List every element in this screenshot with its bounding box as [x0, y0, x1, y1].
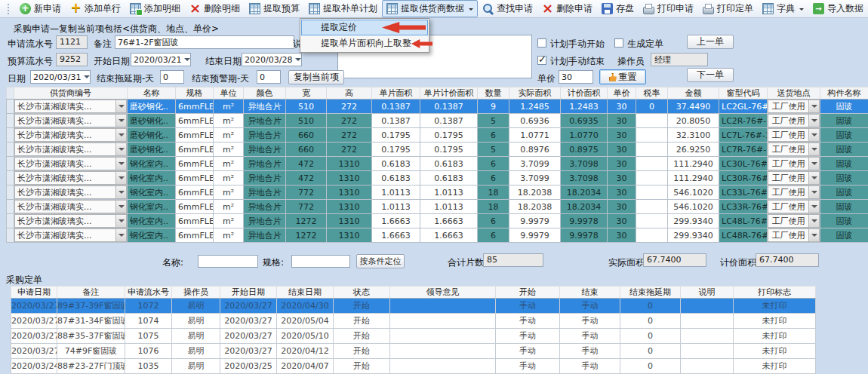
cell-unit[interactable]: m² [214, 171, 244, 185]
cell-end-mode[interactable]: 手动 [560, 314, 620, 329]
cell-leader-opinion[interactable] [390, 329, 496, 344]
chevron-down-icon[interactable] [469, 8, 473, 13]
toolbar-item[interactable]: 打印定单 [698, 0, 758, 17]
cell-status[interactable]: 开始 [334, 299, 390, 314]
cell-window-code[interactable]: LC7R-76#-1FO [719, 143, 768, 157]
cell-component-name[interactable]: 固玻 [820, 200, 868, 214]
orders-table-row[interactable]: 2020/03/27 89#37-39F窗固玻 1072 易明 2020/03/… [11, 299, 816, 314]
cell-height[interactable]: 1310 [327, 228, 372, 243]
cell-component-name[interactable]: 固玻 [820, 185, 868, 200]
cell-apply-date[interactable]: 2020/03/27 [11, 299, 57, 314]
cell-spec[interactable]: 6mmFLE... [176, 200, 214, 214]
cell-piece-priced-area[interactable]: 0.1387 [420, 100, 478, 114]
chevron-down-icon[interactable] [115, 143, 126, 155]
cell-actual-area[interactable]: 1.2485 [509, 100, 561, 114]
cell-unit-price[interactable]: 30 [608, 200, 636, 214]
cell-operator[interactable]: 易明 [172, 299, 220, 314]
cell-color[interactable]: 异地合片 [244, 200, 286, 214]
toolbar-item[interactable]: 查找申请 [478, 0, 537, 17]
cell-name[interactable]: 钢化室内.. [128, 157, 176, 171]
cell-end-date[interactable]: 2020/04/07 [277, 359, 334, 374]
cell-amount[interactable]: 111.2940 [668, 157, 719, 171]
chevron-down-icon[interactable] [115, 115, 126, 127]
supplier-combo[interactable]: 长沙市潇湘玻璃实... [14, 214, 128, 228]
cell-status[interactable]: 开始 [334, 329, 390, 344]
cell-end-delay[interactable]: 0 [620, 314, 681, 329]
cell-amount[interactable]: 20.8050 [668, 114, 719, 128]
orders-column-header[interactable]: 状态 [334, 287, 390, 299]
generate-order-checkbox[interactable] [614, 38, 623, 48]
locate-button[interactable]: 按条件定位 [356, 254, 405, 268]
cell-unit-price[interactable]: 30 [608, 228, 636, 243]
cell-width[interactable]: 510 [286, 100, 327, 114]
cell-start-mode[interactable]: 手动 [496, 329, 560, 344]
cell-quantity[interactable]: 6 [478, 128, 509, 143]
cell-window-code[interactable]: LC33R-76#... [719, 200, 768, 214]
orders-table-row[interactable]: 2020/03/27 88#35-37F窗固玻 1075 易明 2020/03/… [11, 329, 816, 344]
chevron-down-icon[interactable] [83, 71, 90, 83]
cell-piece-area[interactable]: 0.6183 [372, 171, 420, 185]
detail-column-header[interactable]: 计价面积 [561, 87, 608, 100]
cell-end-delay[interactable]: 0 [620, 359, 681, 374]
cell-operator[interactable]: 易明 [172, 359, 220, 374]
cell-end-mode[interactable]: 手动 [560, 359, 620, 374]
cell-window-code[interactable]: LC48L-76#... [719, 214, 768, 228]
supplier-combo[interactable]: 长沙市潇湘玻璃实... [14, 228, 128, 243]
cell-print-flag[interactable]: 未打印 [734, 359, 816, 374]
delivery-location-combo[interactable]: 工厂使用 [768, 214, 820, 228]
detail-column-header[interactable]: 单位 [214, 87, 244, 100]
cell-component-name[interactable]: 固玻 [820, 214, 868, 228]
detail-column-header[interactable]: 单价 [608, 87, 636, 100]
cell-width[interactable]: 660 [286, 128, 327, 143]
cell-operator[interactable]: 易明 [172, 314, 220, 329]
cell-actual-area[interactable]: 0.8976 [509, 143, 561, 157]
toolbar-item[interactable]: 字典 [758, 0, 808, 17]
cell-remark[interactable]: 74#9F窗固玻 [57, 344, 125, 359]
cell-name[interactable]: 钢化室内.. [128, 214, 176, 228]
detail-column-header[interactable]: 金额 [668, 87, 719, 100]
cell-width[interactable]: 772 [286, 200, 327, 214]
cell-height[interactable]: 272 [327, 128, 372, 143]
cell-actual-area[interactable]: 1.0771 [509, 128, 561, 143]
cell-remark[interactable]: 87#31-34F窗固玻 [57, 314, 125, 329]
cell-apply-date[interactable]: 2020/03/27 [11, 329, 57, 344]
cell-height[interactable]: 272 [327, 143, 372, 157]
orders-column-header[interactable]: 打印标志 [734, 287, 816, 299]
delivery-location-combo[interactable]: 工厂使用 [768, 200, 820, 214]
toolbar-item[interactable]: 新申请 [15, 0, 66, 17]
detail-column-header[interactable]: 宽 [286, 87, 327, 100]
cell-piece-priced-area[interactable]: 0.1795 [420, 143, 478, 157]
cell-note[interactable] [681, 299, 734, 314]
cell-piece-area[interactable]: 1.6663 [372, 228, 420, 243]
cell-tax-rate[interactable] [636, 143, 668, 157]
cell-height[interactable]: 272 [327, 100, 372, 114]
toolbar-item[interactable]: 提取供货商数据 [382, 0, 478, 17]
delivery-location-combo[interactable]: 工厂使用 [768, 100, 820, 114]
cell-priced-area[interactable]: 18.2034 [561, 185, 608, 200]
toolbar-item[interactable]: 导入数据 [808, 0, 868, 17]
cell-amount[interactable]: 111.2940 [668, 171, 719, 185]
cell-leader-opinion[interactable] [390, 299, 496, 314]
cell-spec[interactable]: 6mmFLE... [176, 114, 214, 128]
orders-table-row[interactable]: 2020/03/27 87#31-34F窗固玻 1074 易明 2020/03/… [11, 314, 816, 329]
chevron-down-icon[interactable] [808, 215, 819, 227]
detail-table-row[interactable]: 长沙市潇湘玻璃实... 钢化室内.. 6mmFLE... m² 异地合片 472… [7, 157, 868, 171]
cell-spec[interactable]: 6mmFLE... [176, 171, 214, 185]
chevron-down-icon[interactable] [808, 129, 819, 141]
cell-piece-area[interactable]: 1.6663 [372, 214, 420, 228]
date-select[interactable]: 2020/03/31 [30, 70, 91, 84]
cell-note[interactable] [681, 359, 734, 374]
cell-priced-area[interactable]: 9.9978 [561, 228, 608, 243]
cell-serial[interactable]: 1072 [125, 299, 172, 314]
cell-color[interactable]: 异地合片 [244, 114, 286, 128]
delivery-location-combo[interactable]: 工厂使用 [768, 185, 820, 200]
supplier-combo[interactable]: 长沙市潇湘玻璃实... [14, 143, 128, 157]
cell-color[interactable]: 异地合片 [244, 157, 286, 171]
cell-end-delay[interactable]: 0 [620, 344, 681, 359]
cell-piece-priced-area[interactable]: 1.6663 [420, 214, 478, 228]
orders-column-header[interactable]: 结束 [560, 287, 620, 299]
cell-leader-opinion[interactable] [390, 359, 496, 374]
chevron-down-icon[interactable] [808, 100, 819, 112]
cell-amount[interactable]: 26.9250 [668, 143, 719, 157]
chevron-down-icon[interactable] [115, 215, 126, 227]
